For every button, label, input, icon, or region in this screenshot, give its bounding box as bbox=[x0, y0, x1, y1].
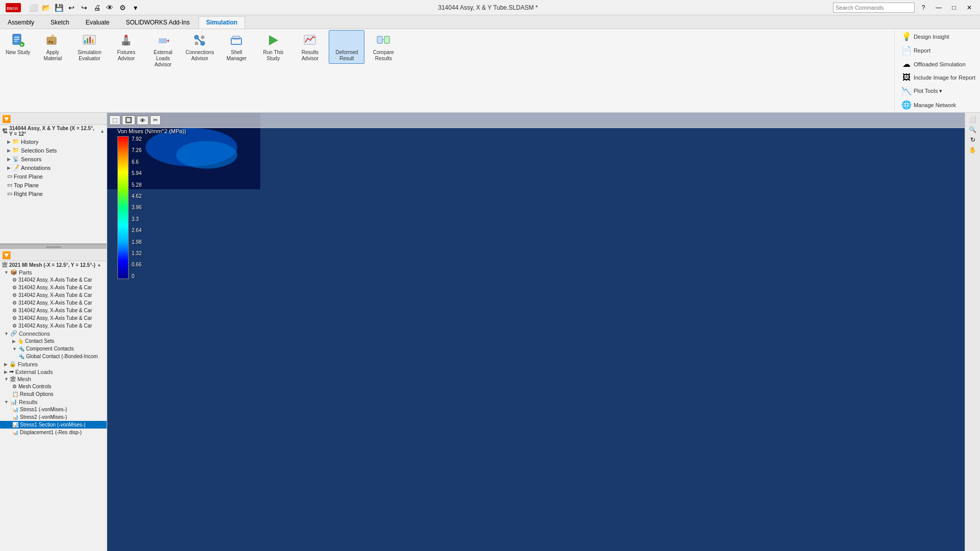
global-contact-item[interactable]: 🔩Global Contact (-Bonded-Incom bbox=[0, 353, 107, 360]
view-btn[interactable]: 👁 bbox=[104, 2, 115, 13]
view-orientation-btn[interactable]: ⬚ bbox=[109, 115, 120, 125]
apply-material-icon: Fe bbox=[44, 32, 61, 48]
ext-loads-label: External Loads bbox=[15, 369, 53, 375]
viewport[interactable]: X Y Z Von Mises (N/mm^2 (MPa)) 7.92 7.26… bbox=[107, 113, 980, 551]
selection-sets-label: Selection Sets bbox=[21, 147, 57, 154]
close-btn[interactable]: ✕ bbox=[963, 3, 976, 13]
displacement1-item[interactable]: 📊Displacement1 (-Res disp-) bbox=[0, 429, 107, 436]
tab-addins[interactable]: SOLIDWORKS Add-Ins bbox=[118, 16, 197, 29]
annotations-item[interactable]: ▶ 📝 Annotations bbox=[0, 163, 107, 172]
result-options-item[interactable]: 📋Result Options bbox=[0, 390, 107, 398]
display-style-btn[interactable]: 🔲 bbox=[122, 115, 135, 125]
svg-rect-13 bbox=[84, 40, 86, 43]
save-btn[interactable]: 💾 bbox=[53, 2, 64, 13]
zoom-fit-btn[interactable]: ⬜ bbox=[968, 115, 977, 124]
part-5[interactable]: ⚙314042 Assy, X-Axis Tube & Car bbox=[0, 307, 107, 314]
hide-show-btn[interactable]: 👁 bbox=[137, 116, 149, 125]
scale-max: 7.92 bbox=[132, 136, 141, 142]
bottom-filter-icon: 🔽 bbox=[2, 251, 11, 259]
mesh-controls-item[interactable]: ⚙Mesh Controls bbox=[0, 383, 107, 390]
rotate-btn[interactable]: ↻ bbox=[969, 135, 976, 144]
simulation-evaluator-btn[interactable]: Simulation Evaluator bbox=[71, 30, 107, 64]
report-label: Report bbox=[914, 47, 930, 54]
part-1[interactable]: ⚙314042 Assy, X-Axis Tube & Car bbox=[0, 276, 107, 284]
front-plane-label: Front Plane bbox=[14, 173, 43, 180]
report-btn[interactable]: 📄 Report bbox=[899, 44, 978, 57]
stress1-item[interactable]: 📊Stress1 (-vonMises-) bbox=[0, 406, 107, 413]
scale-labels: 7.92 7.26 6.6 5.94 5.28 4.62 3.96 3.3 2.… bbox=[132, 136, 141, 279]
shell-manager-btn[interactable]: Shell Manager bbox=[218, 30, 254, 64]
help-btn[interactable]: ? bbox=[917, 3, 930, 13]
dropdown-btn[interactable]: ▾ bbox=[130, 2, 141, 13]
tab-simulation[interactable]: Simulation bbox=[199, 16, 245, 29]
deformed-result-label: Deformed Result bbox=[332, 49, 361, 62]
pan-btn[interactable]: ✋ bbox=[968, 145, 977, 155]
part-7[interactable]: ⚙314042 Assy, X-Axis Tube & Car bbox=[0, 322, 107, 330]
manage-network-btn[interactable]: 🌐 Manage Network bbox=[899, 98, 978, 111]
settings-btn[interactable]: ⚙ bbox=[117, 2, 128, 13]
part-6[interactable]: ⚙314042 Assy, X-Axis Tube & Car bbox=[0, 314, 107, 322]
component-contacts-item[interactable]: ▼🔩Component Contacts bbox=[0, 345, 107, 353]
parts-section[interactable]: ▼ 📦 Parts bbox=[0, 268, 107, 276]
external-loads-btn[interactable]: External Loads Advisor bbox=[145, 30, 181, 70]
search-input[interactable] bbox=[833, 3, 915, 13]
tab-assembly[interactable]: Assembly bbox=[0, 16, 42, 29]
connections-advisor-btn[interactable]: Connections Advisor bbox=[182, 30, 217, 64]
history-item[interactable]: ▶ 📁 History bbox=[0, 137, 107, 146]
top-plane-item[interactable]: ▭ Top Plane bbox=[0, 181, 107, 189]
connections-section[interactable]: ▼ 🔗 Connections bbox=[0, 330, 107, 337]
zoom-in-btn[interactable]: 🔍 bbox=[968, 125, 977, 134]
assembly-root[interactable]: 🏗 314044 Assy, X & Y Tube (X = 12.5°, Y … bbox=[0, 125, 107, 137]
manage-network-icon: 🌐 bbox=[901, 100, 912, 110]
mesh-section[interactable]: ▼ 🕸 Mesh bbox=[0, 375, 107, 383]
contact-sets-item[interactable]: ▶👆Contact Sets bbox=[0, 337, 107, 345]
mesh-root[interactable]: 🕸 2021 MI Mesh (-X = 12.5°, Y = 12.5°-) … bbox=[0, 261, 107, 268]
external-loads-section[interactable]: ▶ ➡ External Loads bbox=[0, 368, 107, 375]
svg-text:DS: DS bbox=[7, 6, 13, 11]
run-study-btn[interactable]: Run This Study bbox=[255, 30, 291, 64]
fixtures-advisor-btn[interactable]: Fixtures Advisor bbox=[108, 30, 144, 64]
redo-btn[interactable]: ↪ bbox=[79, 2, 90, 13]
external-loads-icon bbox=[155, 32, 171, 48]
maximize-btn[interactable]: □ bbox=[947, 3, 961, 13]
results-advisor-btn[interactable]: Results Advisor bbox=[292, 30, 328, 64]
part-2[interactable]: ⚙314042 Assy, X-Axis Tube & Car bbox=[0, 284, 107, 291]
front-plane-item[interactable]: ▭ Front Plane bbox=[0, 172, 107, 181]
svg-rect-38 bbox=[384, 36, 389, 43]
scale-726: 7.26 bbox=[132, 147, 141, 153]
design-insight-btn[interactable]: 💡 Design Insight bbox=[899, 30, 978, 43]
selection-sets-item[interactable]: ▶ 📁 Selection Sets bbox=[0, 146, 107, 155]
right-plane-item[interactable]: ▭ Right Plane bbox=[0, 189, 107, 198]
print-btn[interactable]: 🖨 bbox=[91, 2, 103, 13]
include-image-btn[interactable]: 🖼 Include Image for Report bbox=[899, 71, 978, 84]
part-4[interactable]: ⚙314042 Assy, X-Axis Tube & Car bbox=[0, 299, 107, 307]
fixtures-section[interactable]: ▶ 🔒 Fixtures bbox=[0, 360, 107, 368]
part-3[interactable]: ⚙314042 Assy, X-Axis Tube & Car bbox=[0, 291, 107, 299]
tab-evaluate[interactable]: Evaluate bbox=[78, 16, 117, 29]
new-btn[interactable]: ⬜ bbox=[28, 2, 39, 13]
panel-splitter[interactable] bbox=[0, 245, 107, 249]
deformed-result-btn[interactable]: Deformed Result bbox=[329, 30, 364, 64]
apply-material-btn[interactable]: Fe Apply Material bbox=[35, 30, 70, 64]
ribbon-right-section: 💡 Design Insight 📄 Report ☁ Offloaded Si… bbox=[894, 30, 978, 111]
stress2-item[interactable]: 📊Stress2 (-vonMises-) bbox=[0, 413, 107, 421]
open-btn[interactable]: 📂 bbox=[40, 2, 52, 13]
svg-point-26 bbox=[201, 41, 205, 45]
compare-results-btn[interactable]: Compare Results bbox=[365, 30, 401, 64]
svg-rect-14 bbox=[87, 38, 88, 43]
manage-network-label: Manage Network bbox=[914, 102, 956, 108]
results-section[interactable]: ▼ 📊 Results bbox=[0, 398, 107, 406]
stress1-section-item[interactable]: 📊Stress1 Section (-vonMises-) bbox=[0, 421, 107, 429]
section-view-btn[interactable]: ✂ bbox=[150, 115, 161, 125]
connections-icon: 🔗 bbox=[10, 330, 17, 337]
shell-manager-icon bbox=[228, 32, 244, 48]
plot-tools-btn[interactable]: 📉 Plot Tools ▾ bbox=[899, 85, 978, 97]
results-icon: 📊 bbox=[10, 398, 17, 405]
new-study-btn[interactable]: + New Study bbox=[2, 30, 34, 58]
minimize-btn[interactable]: — bbox=[932, 3, 945, 13]
undo-btn[interactable]: ↩ bbox=[66, 2, 77, 13]
run-study-label: Run This Study bbox=[259, 49, 287, 62]
sensors-item[interactable]: ▶ 📡 Sensors bbox=[0, 155, 107, 163]
offloaded-sim-btn[interactable]: ☁ Offloaded Simulation bbox=[899, 58, 978, 70]
tab-sketch[interactable]: Sketch bbox=[43, 16, 77, 29]
